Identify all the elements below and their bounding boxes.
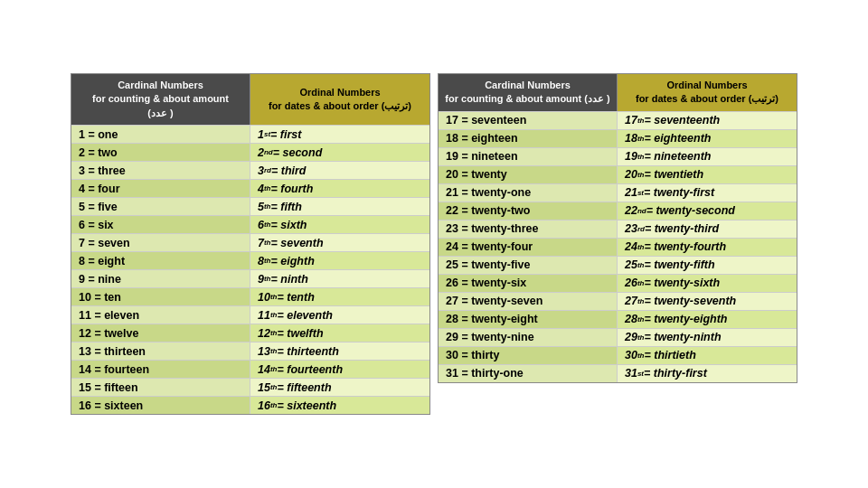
table-row: 17 = seventeen17th = seventeenth	[439, 111, 797, 129]
ordinal-cell: 3rd = third	[250, 162, 429, 179]
cardinal-cell: 7 = seven	[71, 234, 250, 251]
right-ordinal-header: Ordinal Numbers for dates & about order …	[618, 74, 797, 111]
cardinal-cell: 24 = twenty-four	[439, 239, 618, 256]
right-table: Cardinal Numbers for counting & about am…	[438, 73, 797, 383]
table-row: 8 = eight8th = eighth	[71, 251, 429, 269]
left-cardinal-header: Cardinal Numbers for counting & about am…	[71, 74, 250, 125]
table-row: 28 = twenty-eight28th = twenty-eighth	[439, 310, 797, 328]
cardinal-cell: 15 = fifteen	[71, 379, 250, 396]
cardinal-cell: 29 = twenty-nine	[439, 329, 618, 346]
ordinal-cell: 4th = fourth	[250, 180, 429, 197]
cardinal-cell: 18 = eighteen	[439, 130, 618, 147]
cardinal-cell: 22 = twenty-two	[439, 202, 618, 220]
cardinal-cell: 1 = one	[71, 126, 250, 143]
ordinal-cell: 30th = thirtieth	[618, 347, 797, 364]
ordinal-cell: 25th = twenty-fifth	[618, 257, 797, 274]
ordinal-cell: 21st = twenty-first	[618, 184, 797, 202]
table-row: 2 = two2nd = second	[71, 143, 429, 161]
cardinal-cell: 11 = eleven	[71, 306, 250, 324]
ordinal-cell: 23rd = twenty-third	[618, 221, 797, 238]
ordinal-cell: 29th = twenty-ninth	[618, 329, 797, 346]
ordinal-cell: 9th = ninth	[250, 270, 429, 287]
ordinal-cell: 6th = sixth	[250, 216, 429, 233]
table-row: 23 = twenty-three23rd = twenty-third	[439, 220, 797, 238]
cardinal-cell: 28 = twenty-eight	[439, 311, 618, 328]
left-ordinal-header: Ordinal Numbers for dates & about order …	[250, 74, 429, 125]
table-row: 11 = eleven11th = eleventh	[71, 305, 429, 324]
table-row: 3 = three3rd = third	[71, 161, 429, 179]
table-row: 19 = nineteen19th = nineteenth	[439, 147, 797, 165]
ordinal-cell: 27th = twenty-seventh	[618, 293, 797, 310]
cardinal-cell: 6 = six	[71, 216, 250, 233]
ordinal-cell: 5th = fifth	[250, 198, 429, 215]
cardinal-cell: 5 = five	[71, 198, 250, 215]
table-row: 18 = eighteen18th = eighteenth	[439, 129, 797, 147]
table-row: 9 = nine9th = ninth	[71, 269, 429, 287]
cardinal-cell: 19 = nineteen	[439, 148, 618, 165]
ordinal-cell: 10th = tenth	[250, 288, 429, 305]
table-row: 27 = twenty-seven27th = twenty-seventh	[439, 292, 797, 310]
left-table: Cardinal Numbers for counting & about am…	[71, 73, 430, 415]
ordinal-cell: 13th = thirteenth	[250, 343, 429, 360]
cardinal-cell: 8 = eight	[71, 252, 250, 269]
ordinal-cell: 8th = eighth	[250, 252, 429, 269]
cardinal-cell: 3 = three	[71, 162, 250, 179]
table-row: 21 = twenty-one21st = twenty-first	[439, 183, 797, 202]
cardinal-cell: 31 = thirty-one	[439, 365, 618, 382]
ordinal-cell: 31st = thirty-first	[618, 365, 797, 382]
table-row: 6 = six6th = sixth	[71, 215, 429, 233]
cardinal-cell: 26 = twenty-six	[439, 275, 618, 292]
cardinal-cell: 21 = twenty-one	[439, 184, 618, 202]
ordinal-cell: 19th = nineteenth	[618, 148, 797, 165]
table-row: 15 = fifteen15th = fifteenth	[71, 378, 429, 396]
table-row: 20 = twenty20th = twentieth	[439, 165, 797, 183]
table-row: 29 = twenty-nine29th = twenty-ninth	[439, 328, 797, 346]
table-row: 13 = thirteen13th = thirteenth	[71, 342, 429, 360]
ordinal-cell: 12th = twelfth	[250, 324, 429, 342]
table-row: 12 = twelve12th = twelfth	[71, 324, 429, 342]
table-row: 1 = one1st = first	[71, 125, 429, 143]
cardinal-cell: 2 = two	[71, 144, 250, 161]
ordinal-cell: 11th = eleventh	[250, 306, 429, 324]
ordinal-cell: 1st = first	[250, 126, 429, 143]
left-table-header: Cardinal Numbers for counting & about am…	[71, 74, 429, 125]
left-table-body: 1 = one1st = first2 = two2nd = second3 =…	[71, 125, 429, 414]
table-row: 26 = twenty-six26th = twenty-sixth	[439, 274, 797, 292]
table-row: 14 = fourteen14th = fourteenth	[71, 360, 429, 378]
ordinal-cell: 7th = seventh	[250, 234, 429, 251]
cardinal-cell: 12 = twelve	[71, 324, 250, 342]
table-row: 5 = five5th = fifth	[71, 197, 429, 215]
cardinal-cell: 17 = seventeen	[439, 112, 618, 129]
table-row: 31 = thirty-one31st = thirty-first	[439, 364, 797, 382]
table-row: 10 = ten10th = tenth	[71, 287, 429, 305]
cardinal-cell: 23 = twenty-three	[439, 221, 618, 238]
right-table-header: Cardinal Numbers for counting & about am…	[439, 74, 797, 111]
ordinal-cell: 28th = twenty-eighth	[618, 311, 797, 328]
table-row: 24 = twenty-four24th = twenty-fourth	[439, 238, 797, 256]
ordinal-cell: 18th = eighteenth	[618, 130, 797, 147]
table-row: 7 = seven7th = seventh	[71, 233, 429, 251]
ordinal-cell: 17th = seventeenth	[618, 112, 797, 129]
cardinal-cell: 25 = twenty-five	[439, 257, 618, 274]
ordinal-cell: 20th = twentieth	[618, 166, 797, 183]
table-row: 16 = sixteen16th = sixteenth	[71, 396, 429, 414]
cardinal-cell: 20 = twenty	[439, 166, 618, 183]
cardinal-cell: 30 = thirty	[439, 347, 618, 364]
table-row: 22 = twenty-two22nd = twenty-second	[439, 202, 797, 220]
cardinal-cell: 27 = twenty-seven	[439, 293, 618, 310]
cardinal-cell: 13 = thirteen	[71, 343, 250, 360]
cardinal-cell: 16 = sixteen	[71, 397, 250, 414]
right-cardinal-header: Cardinal Numbers for counting & about am…	[439, 74, 618, 111]
cardinal-cell: 9 = nine	[71, 270, 250, 287]
table-row: 4 = four4th = fourth	[71, 179, 429, 197]
ordinal-cell: 24th = twenty-fourth	[618, 239, 797, 256]
ordinal-cell: 16th = sixteenth	[250, 397, 429, 414]
ordinal-cell: 22nd = twenty-second	[618, 202, 797, 220]
table-row: 30 = thirty30th = thirtieth	[439, 346, 797, 364]
cardinal-cell: 10 = ten	[71, 288, 250, 305]
right-table-body: 17 = seventeen17th = seventeenth18 = eig…	[439, 111, 797, 382]
ordinal-cell: 2nd = second	[250, 144, 429, 161]
cardinal-cell: 14 = fourteen	[71, 361, 250, 378]
cardinal-cell: 4 = four	[71, 180, 250, 197]
ordinal-cell: 14th = fourteenth	[250, 361, 429, 378]
